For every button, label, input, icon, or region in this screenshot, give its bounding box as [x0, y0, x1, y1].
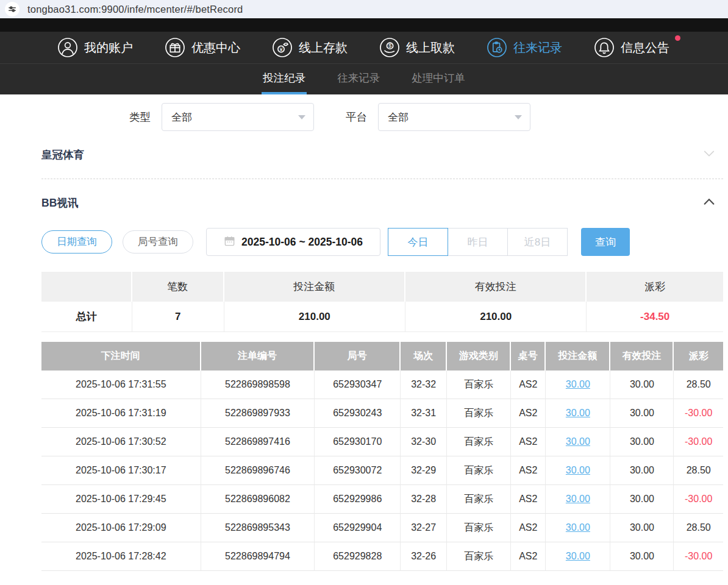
- nav-label: 我的账户: [84, 40, 133, 56]
- tab-processing-orders[interactable]: 处理中订单: [410, 64, 466, 94]
- notification-badge: [675, 35, 680, 41]
- search-button[interactable]: 查询: [581, 228, 630, 256]
- payout-cell: -30.00: [674, 485, 723, 514]
- payout-cell: -30.00: [674, 399, 723, 428]
- session-cell: 32-32: [401, 370, 447, 399]
- nav-item-transaction-records[interactable]: 往来记录: [487, 37, 562, 58]
- session-cell: 32-30: [401, 428, 447, 456]
- valid-bet-cell: 30.00: [610, 399, 674, 428]
- game-type-cell: 百家乐: [447, 485, 511, 514]
- header-session: 场次: [401, 342, 447, 370]
- valid-bet-cell: 30.00: [610, 456, 674, 485]
- round-no-cell: 652929904: [315, 514, 401, 542]
- bet-table-body: 2025-10-06 17:31:55 522869898598 6529303…: [41, 370, 723, 571]
- game-type-cell: 百家乐: [447, 456, 511, 485]
- summary-total-label: 总计: [41, 302, 132, 332]
- nav-item-my-account[interactable]: 我的账户: [57, 37, 133, 58]
- payout-cell: 28.50: [674, 370, 723, 399]
- bet-amount-cell: 30.00: [546, 485, 610, 514]
- summary-header-payout: 派彩: [587, 272, 723, 302]
- bet-time-cell: 2025-10-06 17:30:17: [41, 456, 201, 485]
- game-type-cell: 百家乐: [447, 514, 511, 542]
- nav-item-announcements[interactable]: 信息公告: [594, 37, 669, 58]
- round-no-cell: 652930072: [315, 456, 401, 485]
- bet-amount-link[interactable]: 30.00: [566, 551, 590, 561]
- type-select[interactable]: 全部: [162, 103, 314, 131]
- nav-item-online-deposit[interactable]: ¥ 线上存款: [272, 37, 348, 58]
- date-range-picker[interactable]: 2025-10-06 ~ 2025-10-06: [206, 228, 380, 256]
- session-cell: 32-26: [401, 542, 447, 571]
- order-no-cell: 522869896746: [201, 456, 315, 485]
- header-valid-bet: 有效投注: [610, 342, 674, 370]
- session-cell: 32-31: [401, 399, 447, 428]
- table-row: 2025-10-06 17:29:45 522869896082 6529299…: [41, 485, 723, 514]
- table-no-cell: AS2: [511, 370, 546, 399]
- content: 类型 全部 平台 全部 皇冠体育 BB视讯: [0, 103, 728, 571]
- bet-amount-link[interactable]: 30.00: [566, 436, 590, 447]
- table-no-cell: AS2: [511, 428, 546, 456]
- nav-item-promotions[interactable]: 优惠中心: [165, 37, 240, 58]
- last-8-days-button[interactable]: 近8日: [507, 228, 568, 256]
- bet-table: 下注时间 注单编号 局号 场次 游戏类别 桌号 投注金额 有效投注 派彩 202…: [41, 342, 723, 571]
- bet-time-cell: 2025-10-06 17:31:19: [41, 399, 201, 428]
- summary-header-count: 笔数: [132, 272, 224, 302]
- round-no-cell: 652930170: [315, 428, 401, 456]
- bell-icon: [594, 37, 615, 58]
- bet-table-header-row: 下注时间 注单编号 局号 场次 游戏类别 桌号 投注金额 有效投注 派彩: [41, 342, 723, 370]
- section-bb-video[interactable]: BB视讯: [41, 194, 723, 212]
- bet-time-cell: 2025-10-06 17:29:09: [41, 514, 201, 542]
- round-no-cell: 652930347: [315, 370, 401, 399]
- summary-payout-value: -34.50: [587, 302, 723, 332]
- bet-time-cell: 2025-10-06 17:31:55: [41, 370, 201, 399]
- gift-icon: [165, 37, 185, 58]
- valid-bet-cell: 30.00: [610, 542, 674, 571]
- url-text[interactable]: tongbao31.com:9900/infe/mcenter/#/betRec…: [27, 4, 243, 15]
- date-query-button[interactable]: 日期查询: [41, 230, 112, 254]
- yesterday-button[interactable]: 昨日: [448, 228, 508, 256]
- site-settings-icon[interactable]: [5, 2, 20, 16]
- round-query-button[interactable]: 局号查询: [123, 230, 193, 254]
- bet-amount-link[interactable]: 30.00: [566, 408, 590, 418]
- bet-amount-cell: 30.00: [546, 456, 610, 485]
- chevron-down-icon: [298, 115, 305, 119]
- tab-bet-record[interactable]: 投注纪录: [262, 64, 307, 94]
- summary-count-value: 7: [132, 302, 224, 332]
- nav-label: 线上取款: [406, 40, 455, 56]
- tab-transaction-record[interactable]: 往来记录: [336, 64, 381, 94]
- order-no-cell: 522869897416: [201, 428, 315, 456]
- bet-time-cell: 2025-10-06 17:28:42: [41, 542, 201, 571]
- type-filter-label: 类型: [129, 110, 151, 124]
- section-crown-sports[interactable]: 皇冠体育: [41, 146, 723, 164]
- table-no-cell: AS2: [511, 456, 546, 485]
- platform-select-value: 全部: [388, 110, 409, 124]
- bet-amount-link[interactable]: 30.00: [566, 522, 590, 533]
- today-button[interactable]: 今日: [388, 228, 448, 256]
- svg-text:$: $: [388, 43, 391, 49]
- main-nav: 我的账户 优惠中心 ¥ 线上存款: [0, 32, 728, 64]
- game-type-cell: 百家乐: [447, 370, 511, 399]
- bet-amount-link[interactable]: 30.00: [566, 379, 590, 389]
- type-select-value: 全部: [171, 110, 192, 124]
- summary-header-blank: [41, 272, 132, 302]
- filter-row: 类型 全部 平台 全部: [41, 103, 723, 131]
- bet-amount-cell: 30.00: [546, 428, 610, 456]
- bet-amount-link[interactable]: 30.00: [566, 465, 590, 475]
- platform-select[interactable]: 全部: [378, 103, 530, 131]
- bet-amount-link[interactable]: 30.00: [566, 494, 590, 504]
- summary-header-valid-bet: 有效投注: [405, 272, 587, 302]
- bet-time-cell: 2025-10-06 17:29:45: [41, 485, 201, 514]
- header-table-no: 桌号: [511, 342, 546, 370]
- table-no-cell: AS2: [511, 485, 546, 514]
- summary-header-row: 笔数 投注金额 有效投注 派彩: [41, 272, 723, 302]
- table-row: 2025-10-06 17:31:19 522869897933 6529302…: [41, 399, 723, 428]
- user-icon: [57, 37, 78, 58]
- chevron-down-icon[interactable]: [702, 147, 716, 163]
- records-icon: [487, 37, 507, 58]
- header-order-no: 注单编号: [201, 342, 315, 370]
- chevron-up-icon[interactable]: [702, 195, 716, 211]
- valid-bet-cell: 30.00: [610, 514, 674, 542]
- nav-item-online-withdraw[interactable]: $ 线上取款: [379, 37, 455, 58]
- summary-total-row: 总计 7 210.00 210.00 -34.50: [41, 302, 723, 332]
- order-no-cell: 522869897933: [201, 399, 315, 428]
- table-row: 2025-10-06 17:29:09 522869895343 6529299…: [41, 514, 723, 542]
